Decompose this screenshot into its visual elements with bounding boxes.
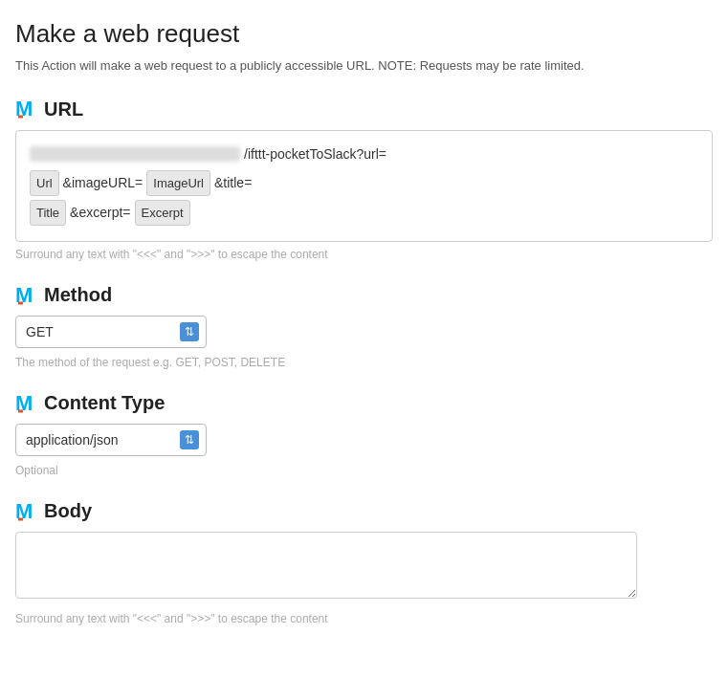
url-section-label: URL bbox=[44, 98, 83, 120]
svg-text:M: M bbox=[15, 285, 33, 306]
svg-text:M: M bbox=[15, 393, 33, 414]
content-type-select[interactable]: application/json application/x-www-form-… bbox=[15, 424, 207, 456]
url-section-header: M URL bbox=[15, 98, 713, 120]
body-textarea[interactable] bbox=[15, 532, 637, 599]
body-section-label: Body bbox=[44, 500, 92, 522]
content-type-section-header: M Content Type bbox=[15, 392, 713, 414]
page-title: Make a web request bbox=[15, 19, 713, 49]
url-separator-3: &excerpt= bbox=[70, 201, 130, 225]
page-description: This Action will make a web request to a… bbox=[15, 56, 713, 76]
method-select[interactable]: GET POST PUT DELETE PATCH bbox=[15, 316, 207, 348]
ifttt-logo-body: M bbox=[15, 501, 36, 522]
url-line-3: Title &excerpt= Excerpt bbox=[30, 200, 698, 226]
body-section-header: M Body bbox=[15, 500, 713, 522]
body-section: M Body Surround any text with "<<<" and … bbox=[15, 500, 713, 625]
url-section: M URL /ifttt-pocketToSlack?url= Url &ima… bbox=[15, 98, 713, 262]
url-input-box[interactable]: /ifttt-pocketToSlack?url= Url &imageURL=… bbox=[15, 130, 713, 243]
method-section-header: M Method bbox=[15, 284, 713, 306]
content-type-select-wrapper: application/json application/x-www-form-… bbox=[15, 424, 207, 456]
content-type-hint: Optional bbox=[15, 464, 713, 477]
token-imageurl: ImageUrl bbox=[146, 170, 210, 196]
url-separator-1: &imageURL= bbox=[63, 171, 143, 195]
svg-text:M: M bbox=[15, 501, 33, 522]
method-select-wrapper: GET POST PUT DELETE PATCH ⇅ bbox=[15, 316, 207, 348]
content-type-section-label: Content Type bbox=[44, 392, 165, 414]
svg-text:M: M bbox=[15, 98, 33, 120]
ifttt-logo-url: M bbox=[15, 98, 36, 120]
url-line-1: /ifttt-pocketToSlack?url= bbox=[30, 142, 698, 166]
url-static-text: /ifttt-pocketToSlack?url= bbox=[244, 142, 386, 166]
url-line-2: Url &imageURL= ImageUrl &title= bbox=[30, 170, 698, 196]
method-hint: The method of the request e.g. GET, POST… bbox=[15, 356, 713, 369]
url-separator-2: &title= bbox=[214, 171, 252, 195]
url-blurred-part bbox=[30, 146, 240, 162]
url-hint: Surround any text with "<<<" and ">>>" t… bbox=[15, 248, 713, 261]
method-section-label: Method bbox=[44, 284, 112, 306]
token-excerpt: Excerpt bbox=[135, 200, 190, 226]
token-title: Title bbox=[30, 200, 66, 226]
ifttt-logo-content-type: M bbox=[15, 393, 36, 414]
method-section: M Method GET POST PUT DELETE PATCH ⇅ The… bbox=[15, 284, 713, 369]
content-type-section: M Content Type application/json applicat… bbox=[15, 392, 713, 477]
ifttt-logo-method: M bbox=[15, 285, 36, 306]
token-url: Url bbox=[30, 170, 59, 196]
body-hint: Surround any text with "<<<" and ">>>" t… bbox=[15, 612, 713, 625]
